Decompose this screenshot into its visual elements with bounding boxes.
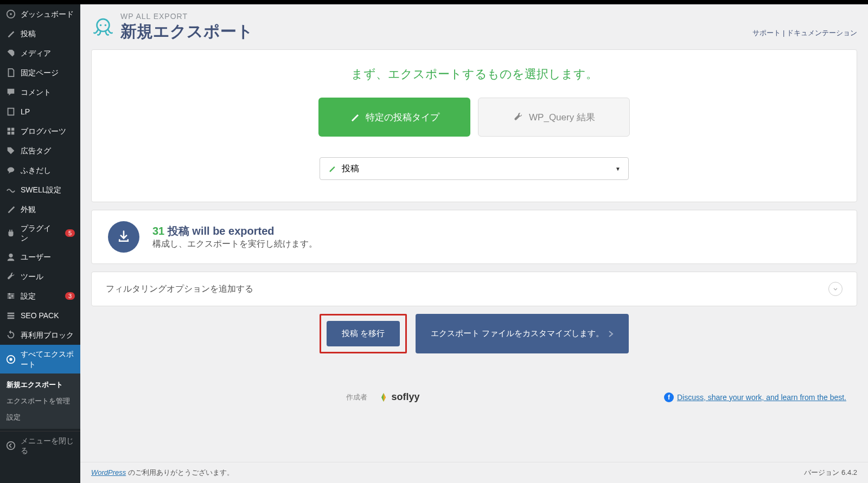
sidebar-submenu: 新規エクスポート エクスポートを管理 設定 xyxy=(0,373,80,429)
soflyy-brand: soflyy xyxy=(378,391,419,403)
svg-point-21 xyxy=(97,19,110,31)
sidebar-item-seopack[interactable]: SEO PACK xyxy=(0,306,80,325)
comment-icon xyxy=(5,87,16,98)
migrate-button[interactable]: 投稿 を移行 xyxy=(327,321,400,346)
dashboard-icon xyxy=(5,9,16,20)
sidebar-item-fukidashi[interactable]: ふきだし xyxy=(0,160,80,180)
plugin-footer: 作成者 soflyy f Discuss, share your work, a… xyxy=(91,391,857,419)
settings-badge: 3 xyxy=(65,292,75,300)
sidebar-label: 固定ページ xyxy=(21,68,75,78)
svg-rect-2 xyxy=(8,108,14,115)
svg-rect-6 xyxy=(11,132,14,134)
sidebar-label: ユーザー xyxy=(21,252,75,262)
sidebar-label: プラグイン xyxy=(21,223,59,243)
page-icon xyxy=(5,106,16,117)
sidebar-item-posts[interactable]: 投稿 xyxy=(0,24,80,43)
sidebar-label: ダッシュボード xyxy=(21,9,75,19)
stats-panel: 31 投稿 will be exported 構成し、エクスポートを実行し続けま… xyxy=(91,210,857,264)
reuse-icon xyxy=(5,330,16,340)
sidebar-item-users[interactable]: ユーザー xyxy=(0,247,80,267)
sidebar-item-appearance[interactable]: 外観 xyxy=(0,199,80,219)
svg-point-12 xyxy=(9,293,11,295)
sidebar-item-lp[interactable]: LP xyxy=(0,102,80,121)
sidebar-item-dashboard[interactable]: ダッシュボード xyxy=(0,4,80,24)
sidebar-item-comments[interactable]: コメント xyxy=(0,82,80,102)
sidebar-label: メディア xyxy=(21,48,75,58)
page-suptitle: WP ALL EXPORT xyxy=(120,12,253,21)
sidebar-item-media[interactable]: メディア xyxy=(0,43,80,63)
sidebar-item-tools[interactable]: ツール xyxy=(0,267,80,286)
stats-line1: 31 投稿 will be exported xyxy=(152,224,317,239)
sidebar-label: 設定 xyxy=(21,291,59,301)
select-value: 投稿 xyxy=(342,163,359,175)
svg-point-1 xyxy=(10,13,12,15)
sidebar-label: 再利用ブロック xyxy=(21,330,75,340)
export-label-post: 投稿 xyxy=(168,225,189,237)
docs-link[interactable]: ドキュメンテーション xyxy=(787,29,857,37)
facebook-icon: f xyxy=(664,392,674,402)
svg-rect-15 xyxy=(8,313,15,314)
sidebar-label: ツール xyxy=(21,272,75,281)
admin-sidebar: ダッシュボード 投稿 メディア 固定ページ コメント xyxy=(0,4,80,483)
stats-line2: 構成し、エクスポートを実行し続けます。 xyxy=(152,239,317,250)
tab-label: 特定の投稿タイプ xyxy=(366,111,439,124)
sidebar-item-adtag[interactable]: 広告タグ xyxy=(0,141,80,160)
sidebar-collapse[interactable]: メニューを閉じる xyxy=(0,431,80,460)
tag-icon xyxy=(5,145,16,156)
header-links: サポート | ドキュメンテーション xyxy=(752,12,857,38)
sidebar-label: ブログパーツ xyxy=(21,126,75,136)
plugin-badge: 5 xyxy=(65,229,75,237)
collapse-icon xyxy=(5,440,16,451)
plugin-icon xyxy=(5,228,16,239)
sidebar-sub-new-export[interactable]: 新規エクスポート xyxy=(0,377,80,393)
customize-button[interactable]: エクスポート ファイルをカスタマイズします。 xyxy=(416,314,629,353)
sidebar-item-swell[interactable]: SWELL設定 xyxy=(0,180,80,199)
tab-specific-posttype[interactable]: 特定の投稿タイプ xyxy=(318,98,470,137)
wrench-icon xyxy=(513,112,524,123)
svg-point-8 xyxy=(9,254,12,257)
filter-accordion[interactable]: フィルタリングオプションを追加する xyxy=(92,272,857,306)
sidebar-item-pages[interactable]: 固定ページ xyxy=(0,63,80,82)
tab-wpquery[interactable]: WP_Query 結果 xyxy=(478,98,630,137)
facebook-link[interactable]: f Discuss, share your work, and learn fr… xyxy=(664,392,846,402)
page-header: WP ALL EXPORT 新規エクスポート サポート | ドキュメンテーション xyxy=(91,10,857,49)
main-content: WP ALL EXPORT 新規エクスポート サポート | ドキュメンテーション… xyxy=(80,4,868,483)
sidebar-item-reusable[interactable]: 再利用ブロック xyxy=(0,325,80,345)
brush-icon xyxy=(5,204,16,215)
sidebar-label: SWELL設定 xyxy=(21,185,75,195)
sidebar-item-all-export[interactable]: すべてエクスポート xyxy=(0,345,80,373)
bubble-icon xyxy=(5,165,16,176)
svg-rect-16 xyxy=(8,315,15,317)
download-icon xyxy=(108,221,139,253)
export-label-suffix: will be exported xyxy=(189,225,275,237)
chevron-right-icon xyxy=(608,330,614,338)
sidebar-sub-settings[interactable]: 設定 xyxy=(0,409,80,426)
sidebar-item-plugins[interactable]: プラグイン 5 xyxy=(0,219,80,247)
version-text: バージョン 6.4.2 xyxy=(804,468,857,478)
sidebar-label: すべてエクスポート xyxy=(21,349,75,369)
chevron-down-icon xyxy=(828,282,843,296)
swell-icon xyxy=(5,184,16,195)
svg-rect-17 xyxy=(8,318,15,319)
svg-rect-5 xyxy=(8,132,10,134)
highlight-box: 投稿 を移行 xyxy=(320,314,407,353)
svg-point-14 xyxy=(9,297,11,299)
pin-icon xyxy=(328,164,336,173)
settings-icon xyxy=(5,291,16,301)
sidebar-sub-manage-export[interactable]: エクスポートを管理 xyxy=(0,393,80,409)
media-icon xyxy=(5,48,16,59)
svg-rect-3 xyxy=(8,128,10,131)
chevron-down-icon: ▼ xyxy=(615,166,621,172)
author-label: 作成者 xyxy=(346,392,367,402)
posttype-select[interactable]: 投稿 ▼ xyxy=(320,157,629,180)
sidebar-label: SEO PACK xyxy=(21,311,75,320)
support-link[interactable]: サポート xyxy=(752,29,781,37)
filter-panel: フィルタリングオプションを追加する xyxy=(91,272,857,306)
step1-panel: まず、エクスポートするものを選択します。 特定の投稿タイプ WP_Query 結… xyxy=(91,49,857,202)
sidebar-item-settings[interactable]: 設定 3 xyxy=(0,286,80,306)
octopus-icon xyxy=(91,16,115,40)
svg-point-20 xyxy=(7,442,15,449)
sidebar-item-blogparts[interactable]: ブログパーツ xyxy=(0,121,80,141)
export-count: 31 xyxy=(152,225,164,237)
wordpress-link[interactable]: WordPress xyxy=(91,468,126,476)
